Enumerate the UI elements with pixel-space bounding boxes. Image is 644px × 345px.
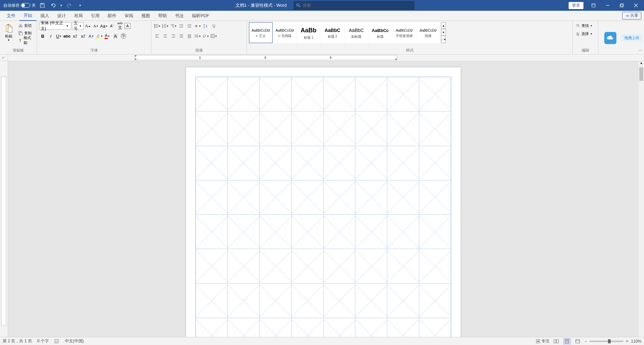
increase-indent-button[interactable] bbox=[186, 22, 193, 30]
style-item-2[interactable]: AaBb标题 1 bbox=[297, 22, 320, 43]
toggle-icon[interactable] bbox=[21, 3, 30, 8]
align-left-button[interactable] bbox=[153, 32, 161, 40]
cut-button[interactable]: 剪切 bbox=[17, 22, 35, 29]
maximize-button[interactable] bbox=[615, 0, 629, 11]
web-layout-button[interactable] bbox=[574, 338, 582, 345]
change-case-button[interactable]: Aa▼ bbox=[100, 22, 108, 30]
char-shading-button[interactable]: A bbox=[112, 32, 119, 40]
login-button[interactable]: 登录 bbox=[569, 2, 583, 9]
close-button[interactable] bbox=[629, 0, 643, 11]
scroll-thumb[interactable] bbox=[639, 67, 643, 81]
bullets-button[interactable]: ▼ bbox=[153, 22, 161, 30]
select-button[interactable]: 选择 ▼ bbox=[575, 30, 594, 37]
ruler-corner[interactable] bbox=[0, 55, 8, 61]
styles-up-button[interactable]: ▲ bbox=[441, 22, 446, 29]
document-scroll[interactable] bbox=[8, 61, 639, 337]
show-marks-button[interactable] bbox=[210, 22, 217, 30]
tab-insert[interactable]: 插入 bbox=[36, 11, 53, 21]
zoom-in-button[interactable]: + bbox=[626, 339, 628, 344]
line-spacing-button[interactable]: ▼ bbox=[194, 32, 201, 40]
styles-more-button[interactable]: ⋮▼ bbox=[441, 36, 446, 43]
tab-review[interactable]: 审阅 bbox=[120, 11, 137, 21]
upload-label[interactable]: 拖拽上传 bbox=[622, 34, 642, 42]
qat-customize[interactable]: ▼ bbox=[79, 4, 81, 7]
clear-format-button[interactable]: A bbox=[108, 22, 116, 30]
chevron-down-icon[interactable]: ▼ bbox=[79, 25, 82, 28]
cloud-button[interactable] bbox=[600, 29, 620, 47]
style-item-1[interactable]: AaBbCcDd↵ 无间隔 bbox=[273, 22, 296, 43]
zoom-slider[interactable] bbox=[589, 341, 623, 342]
style-item-5[interactable]: AaBbCc标题 bbox=[368, 22, 392, 43]
minimize-button[interactable] bbox=[601, 0, 614, 11]
styles-down-button[interactable]: ▼ bbox=[441, 29, 446, 36]
chevron-down-icon[interactable]: ▼ bbox=[66, 25, 70, 28]
paste-button[interactable]: 粘贴 ▼ bbox=[2, 22, 15, 42]
enclose-char-button[interactable]: 字 bbox=[120, 32, 127, 40]
print-layout-button[interactable] bbox=[563, 338, 571, 345]
tab-view[interactable]: 视图 bbox=[137, 11, 154, 21]
grow-font-button[interactable]: A▲ bbox=[84, 22, 92, 30]
shading-button[interactable]: ▼ bbox=[202, 32, 209, 40]
italic-button[interactable]: I bbox=[47, 32, 55, 40]
collapse-ribbon-button[interactable]: ︿ bbox=[639, 47, 642, 52]
page-indicator[interactable]: 第 1 页，共 1 页 bbox=[3, 338, 32, 344]
char-border-button[interactable]: A bbox=[124, 23, 131, 29]
language-indicator[interactable]: 中文(中国) bbox=[65, 338, 84, 344]
tab-foxit[interactable]: 福昕PDF bbox=[188, 11, 213, 21]
shrink-font-button[interactable]: A▼ bbox=[92, 22, 100, 30]
format-painter-button[interactable]: 格式刷 bbox=[17, 37, 35, 44]
borders-button[interactable]: ▼ bbox=[210, 32, 217, 40]
style-item-7[interactable]: AaBbCcDd强调 bbox=[416, 22, 440, 43]
underline-button[interactable]: U▼ bbox=[55, 32, 63, 40]
style-item-0[interactable]: AaBbCcDd↵ 正文 bbox=[249, 22, 273, 43]
ribbon-display-button[interactable] bbox=[587, 0, 600, 11]
scroll-up-button[interactable]: ▲ bbox=[639, 61, 644, 65]
autosave-toggle[interactable]: 自动保存 关 bbox=[3, 3, 36, 8]
tab-file[interactable]: 文件 bbox=[3, 11, 20, 21]
tab-references[interactable]: 引用 bbox=[87, 11, 104, 21]
strikethrough-button[interactable]: abc bbox=[63, 32, 71, 40]
focus-mode[interactable]: 专注 bbox=[536, 338, 549, 344]
asian-layout-button[interactable]: ✕▼ bbox=[194, 22, 201, 30]
word-count[interactable]: 0 个字 bbox=[37, 338, 49, 344]
decrease-indent-button[interactable] bbox=[178, 22, 185, 30]
bold-button[interactable]: B bbox=[39, 32, 46, 40]
scrollbar-vertical[interactable]: ▲ bbox=[639, 61, 644, 337]
text-effects-button[interactable]: A▼ bbox=[87, 32, 95, 40]
read-mode-button[interactable] bbox=[552, 338, 560, 345]
align-right-button[interactable] bbox=[170, 32, 177, 40]
tab-mailings[interactable]: 邮件 bbox=[104, 11, 120, 21]
superscript-button[interactable]: x2 bbox=[79, 32, 87, 40]
multilevel-list-button[interactable]: ▼ bbox=[170, 22, 177, 30]
align-center-button[interactable] bbox=[162, 32, 169, 40]
numbering-button[interactable]: 123▼ bbox=[162, 22, 169, 30]
zoom-thumb[interactable] bbox=[608, 339, 611, 343]
spellcheck-icon[interactable] bbox=[54, 339, 60, 344]
redo-button[interactable] bbox=[65, 1, 73, 9]
find-button[interactable]: 查找 ▼ bbox=[575, 22, 594, 29]
share-button[interactable]: 共享 bbox=[622, 12, 641, 20]
save-button[interactable] bbox=[38, 1, 46, 9]
tab-help[interactable]: 帮助 bbox=[154, 11, 171, 21]
undo-button[interactable] bbox=[49, 1, 57, 9]
align-distributed-button[interactable] bbox=[186, 32, 193, 40]
tab-layout[interactable]: 布局 bbox=[70, 11, 87, 21]
subscript-button[interactable]: x2 bbox=[71, 32, 79, 40]
font-size-combo[interactable]: 五号▼ bbox=[72, 22, 83, 30]
search-box[interactable] bbox=[293, 1, 415, 10]
sort-button[interactable]: AZ bbox=[202, 22, 209, 30]
tab-calligraphy[interactable]: 书法 bbox=[171, 11, 188, 21]
highlight-button[interactable]: ▼ bbox=[96, 32, 103, 40]
tab-home[interactable]: 开始 bbox=[20, 11, 36, 21]
align-justify-button[interactable] bbox=[178, 32, 185, 40]
undo-dropdown[interactable]: ▼ bbox=[60, 4, 63, 7]
style-item-6[interactable]: AaBbCcDd不明显强调 bbox=[392, 22, 416, 43]
phonetic-guide-button[interactable]: wén文 bbox=[116, 22, 124, 30]
zoom-level[interactable]: 110% bbox=[631, 339, 641, 344]
tab-design[interactable]: 设计 bbox=[53, 11, 70, 21]
font-color-button[interactable]: A▼ bbox=[104, 32, 111, 40]
ruler-vertical[interactable] bbox=[0, 61, 8, 337]
font-name-combo[interactable]: 宋体 (中文正文)▼ bbox=[39, 22, 71, 30]
style-item-3[interactable]: AaBbC标题 2 bbox=[321, 22, 344, 43]
style-item-4[interactable]: AaBbC副标题 bbox=[345, 22, 368, 43]
